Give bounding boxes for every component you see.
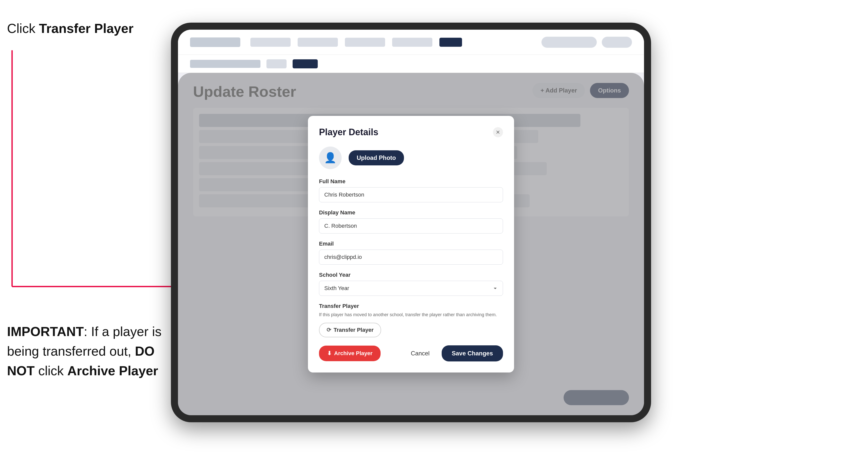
archive-icon: ⬇ bbox=[327, 350, 332, 357]
user-button[interactable] bbox=[602, 37, 632, 48]
modal-close-button[interactable]: × bbox=[493, 127, 503, 137]
sub-tab-players[interactable] bbox=[267, 59, 286, 68]
user-pill[interactable] bbox=[541, 37, 597, 48]
display-name-label: Display Name bbox=[319, 209, 503, 216]
transfer-section: Transfer Player If this player has moved… bbox=[319, 303, 503, 337]
full-name-group: Full Name bbox=[319, 178, 503, 203]
user-icon: 👤 bbox=[324, 152, 337, 164]
avatar-row: 👤 Upload Photo bbox=[319, 147, 503, 169]
transfer-icon: ⟳ bbox=[327, 327, 331, 333]
app-nav bbox=[250, 38, 531, 47]
sub-bar bbox=[178, 55, 644, 73]
tablet-screen: Update Roster + Add Player Options bbox=[178, 30, 644, 415]
archive-btn-label: Archive Player bbox=[334, 350, 373, 357]
full-name-label: Full Name bbox=[319, 178, 503, 185]
modal-overlay: Player Details × 👤 Upload Photo Full Nam… bbox=[178, 73, 644, 415]
sub-tab-roster[interactable] bbox=[292, 59, 318, 68]
bottom-instruction: IMPORTANT: If a player is being transfer… bbox=[7, 322, 163, 380]
app-logo bbox=[190, 37, 240, 47]
nav-matches[interactable] bbox=[392, 38, 432, 47]
display-name-group: Display Name bbox=[319, 209, 503, 234]
save-changes-button[interactable]: Save Changes bbox=[442, 345, 503, 362]
cancel-button[interactable]: Cancel bbox=[405, 345, 436, 362]
email-group: Email bbox=[319, 241, 503, 264]
transfer-player-button[interactable]: ⟳ Transfer Player bbox=[319, 323, 381, 337]
app-bar bbox=[178, 30, 644, 55]
sub-bar-logo bbox=[190, 60, 260, 68]
content-area: Update Roster + Add Player Options bbox=[178, 73, 644, 415]
nav-more[interactable] bbox=[439, 38, 462, 47]
transfer-btn-label: Transfer Player bbox=[334, 327, 374, 333]
modal-header: Player Details × bbox=[319, 127, 503, 137]
upload-photo-button[interactable]: Upload Photo bbox=[349, 150, 404, 165]
full-name-input[interactable] bbox=[319, 187, 503, 203]
avatar-circle: 👤 bbox=[319, 147, 342, 169]
app-bar-right bbox=[541, 37, 632, 48]
nav-leagues[interactable] bbox=[345, 38, 385, 47]
top-instruction: Click Transfer Player bbox=[7, 20, 133, 37]
transfer-description: If this player has moved to another scho… bbox=[319, 311, 503, 318]
display-name-input[interactable] bbox=[319, 218, 503, 234]
nav-dashboard[interactable] bbox=[250, 38, 290, 47]
nav-teams[interactable] bbox=[298, 38, 338, 47]
email-input[interactable] bbox=[319, 250, 503, 264]
school-year-group: School Year First Year Second Year Third… bbox=[319, 272, 503, 296]
tablet-device: Update Roster + Add Player Options bbox=[171, 23, 651, 422]
school-year-select[interactable]: First Year Second Year Third Year Fourth… bbox=[319, 281, 503, 296]
modal-footer: ⬇ Archive Player Cancel Save Changes bbox=[319, 345, 503, 362]
transfer-section-label: Transfer Player bbox=[319, 303, 503, 309]
email-label: Email bbox=[319, 241, 503, 247]
player-details-modal: Player Details × 👤 Upload Photo Full Nam… bbox=[308, 116, 514, 373]
school-year-label: School Year bbox=[319, 272, 503, 278]
archive-player-button[interactable]: ⬇ Archive Player bbox=[319, 346, 380, 361]
modal-title: Player Details bbox=[319, 127, 378, 137]
